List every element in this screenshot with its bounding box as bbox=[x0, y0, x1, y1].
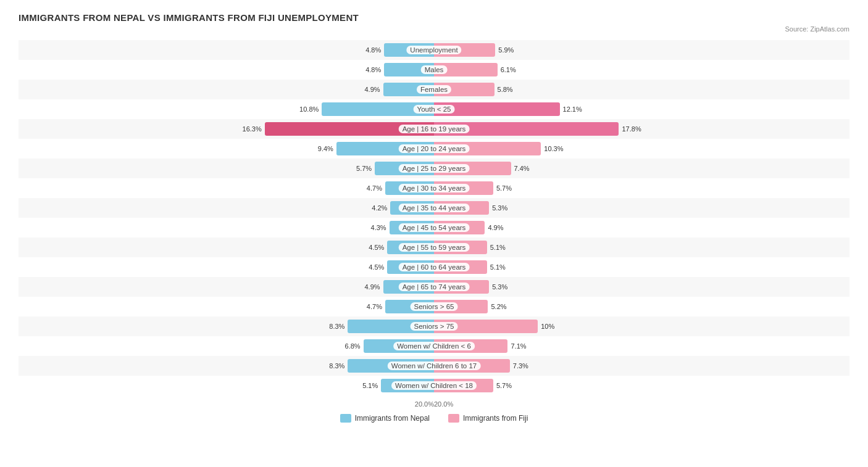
row-center-label: Youth < 25 bbox=[414, 105, 455, 114]
row-center-label: Women w/ Children < 18 bbox=[391, 381, 477, 390]
bar-row-wrap: 4.2%Age | 35 to 44 years5.3% bbox=[19, 198, 849, 218]
row-center-label: Age | 65 to 74 years bbox=[399, 283, 470, 291]
fiji-value-label: 5.3% bbox=[492, 283, 507, 291]
chart-container: IMMIGRANTS FROM NEPAL VS IMMIGRANTS FROM… bbox=[0, 0, 868, 441]
nepal-value-label: 5.1% bbox=[362, 382, 378, 389]
chart-area: 4.8%Unemployment5.9%4.8%Males6.1%4.9%Fem… bbox=[19, 40, 849, 395]
right-side: 5.7% bbox=[434, 379, 849, 392]
left-side: 8.3% bbox=[19, 320, 434, 333]
bar-row-wrap: 5.7%Age | 25 to 29 years7.4% bbox=[19, 159, 849, 178]
row-center-label: Age | 35 to 44 years bbox=[399, 204, 470, 212]
fiji-value-label: 5.1% bbox=[490, 244, 506, 251]
row-center-label: Women w/ Children < 6 bbox=[393, 342, 475, 350]
bar-row-wrap: 4.9%Females5.8% bbox=[19, 80, 849, 99]
bar-row-wrap: 10.8%Youth < 2512.1% bbox=[19, 99, 849, 119]
fiji-value-label: 12.1% bbox=[563, 105, 582, 113]
bar-row: 8.3%Seniors > 7510% bbox=[19, 317, 849, 336]
bar-row: 4.8%Unemployment5.9% bbox=[19, 41, 849, 59]
row-center-label: Age | 45 to 54 years bbox=[399, 223, 470, 232]
row-center-label: Age | 25 to 29 years bbox=[399, 164, 470, 173]
bar-row-wrap: 8.3%Seniors > 7510% bbox=[19, 316, 849, 336]
nepal-value-label: 4.9% bbox=[364, 86, 380, 93]
right-side: 10.3% bbox=[434, 142, 849, 155]
bar-row: 4.9%Age | 65 to 74 years5.3% bbox=[19, 278, 849, 296]
bar-row-wrap: 4.7%Age | 30 to 34 years5.7% bbox=[19, 178, 849, 198]
left-side: 4.5% bbox=[19, 241, 434, 254]
bar-row-wrap: 4.3%Age | 45 to 54 years4.9% bbox=[19, 218, 849, 238]
right-side: 5.2% bbox=[434, 300, 849, 313]
right-side: 7.1% bbox=[434, 339, 849, 353]
bar-row: 4.7%Age | 30 to 34 years5.7% bbox=[19, 179, 849, 197]
bar-row-wrap: 4.5%Age | 55 to 59 years5.1% bbox=[19, 238, 849, 257]
bar-row: 16.3%Age | 16 to 19 years17.8% bbox=[19, 120, 849, 138]
row-center-label: Age | 60 to 64 years bbox=[399, 263, 470, 271]
row-center-label: Females bbox=[417, 85, 451, 94]
nepal-value-label: 4.5% bbox=[369, 244, 384, 251]
nepal-value-label: 6.8% bbox=[345, 342, 361, 350]
left-side: 9.4% bbox=[19, 142, 434, 155]
nepal-value-label: 4.7% bbox=[367, 184, 382, 192]
fiji-value-label: 5.8% bbox=[498, 86, 513, 93]
left-side: 5.7% bbox=[19, 162, 434, 175]
nepal-value-label: 4.5% bbox=[369, 263, 384, 271]
fiji-value-label: 7.4% bbox=[514, 165, 530, 172]
nepal-value-label: 5.7% bbox=[356, 165, 372, 172]
right-side: 5.1% bbox=[434, 260, 849, 274]
bar-row: 10.8%Youth < 2512.1% bbox=[19, 100, 849, 118]
bar-row: 4.5%Age | 55 to 59 years5.1% bbox=[19, 238, 849, 257]
left-side: 4.2% bbox=[19, 201, 434, 215]
right-side: 17.8% bbox=[434, 122, 849, 136]
source-label: Source: ZipAtlas.com bbox=[19, 25, 849, 33]
fiji-value-label: 5.7% bbox=[496, 382, 512, 389]
bar-row-wrap: 4.5%Age | 60 to 64 years5.1% bbox=[19, 257, 849, 277]
nepal-value-label: 4.3% bbox=[371, 224, 386, 231]
bar-row-wrap: 8.3%Women w/ Children 6 to 177.3% bbox=[19, 356, 849, 376]
row-center-label: Age | 55 to 59 years bbox=[399, 243, 470, 252]
left-side: 5.1% bbox=[19, 379, 434, 392]
fiji-value-label: 17.8% bbox=[622, 125, 641, 133]
fiji-value-label: 10% bbox=[541, 323, 554, 330]
bar-row: 4.3%Age | 45 to 54 years4.9% bbox=[19, 218, 849, 237]
bar-row: 5.7%Age | 25 to 29 years7.4% bbox=[19, 159, 849, 178]
left-side: 4.7% bbox=[19, 300, 434, 313]
legend-fiji: Immigrants from Fiji bbox=[448, 414, 528, 423]
fiji-value-label: 5.3% bbox=[492, 204, 507, 212]
bar-row-wrap: 5.1%Women w/ Children < 185.7% bbox=[19, 376, 849, 395]
right-side: 4.9% bbox=[434, 221, 849, 234]
row-center-label: Seniors > 65 bbox=[411, 302, 458, 311]
bar-row-wrap: 9.4%Age | 20 to 24 years10.3% bbox=[19, 139, 849, 159]
left-side: 4.9% bbox=[19, 83, 434, 96]
right-side: 6.1% bbox=[434, 63, 849, 76]
legend-box-pink bbox=[448, 414, 459, 423]
fiji-value-label: 5.2% bbox=[491, 303, 506, 310]
fiji-value-label: 5.9% bbox=[498, 46, 514, 54]
bar-row-wrap: 4.9%Age | 65 to 74 years5.3% bbox=[19, 277, 849, 297]
nepal-value-label: 4.8% bbox=[365, 66, 381, 73]
nepal-value-label: 4.2% bbox=[372, 204, 387, 212]
left-side: 10.8% bbox=[19, 102, 434, 116]
bar-row: 4.5%Age | 60 to 64 years5.1% bbox=[19, 258, 849, 276]
bar-row: 6.8%Women w/ Children < 67.1% bbox=[19, 337, 849, 355]
right-side: 12.1% bbox=[434, 102, 849, 116]
bar-row: 5.1%Women w/ Children < 185.7% bbox=[19, 376, 849, 395]
axis-row: 20.0% 20.0% bbox=[19, 400, 849, 408]
row-center-label: Women w/ Children 6 to 17 bbox=[388, 362, 481, 370]
nepal-value-label: 4.8% bbox=[365, 46, 381, 54]
axis-left-label: 20.0% bbox=[415, 400, 434, 408]
row-center-label: Seniors > 75 bbox=[411, 322, 458, 331]
nepal-value-label: 16.3% bbox=[243, 125, 262, 133]
nepal-value-label: 8.3% bbox=[329, 323, 344, 330]
axis-right-label: 20.0% bbox=[434, 400, 453, 408]
nepal-value-label: 8.3% bbox=[329, 362, 344, 370]
nepal-value-label: 4.9% bbox=[364, 283, 380, 291]
nepal-value-label: 9.4% bbox=[318, 145, 333, 152]
bar-row: 4.9%Females5.8% bbox=[19, 80, 849, 99]
legend-fiji-label: Immigrants from Fiji bbox=[463, 414, 528, 423]
fiji-value-label: 6.1% bbox=[501, 66, 516, 73]
fiji-value-label: 7.1% bbox=[511, 342, 526, 350]
legend-nepal-label: Immigrants from Nepal bbox=[355, 414, 430, 423]
row-center-label: Unemployment bbox=[406, 46, 461, 54]
fiji-value-label: 10.3% bbox=[544, 145, 563, 152]
left-side: 4.5% bbox=[19, 260, 434, 274]
row-center-label: Age | 20 to 24 years bbox=[399, 144, 470, 153]
